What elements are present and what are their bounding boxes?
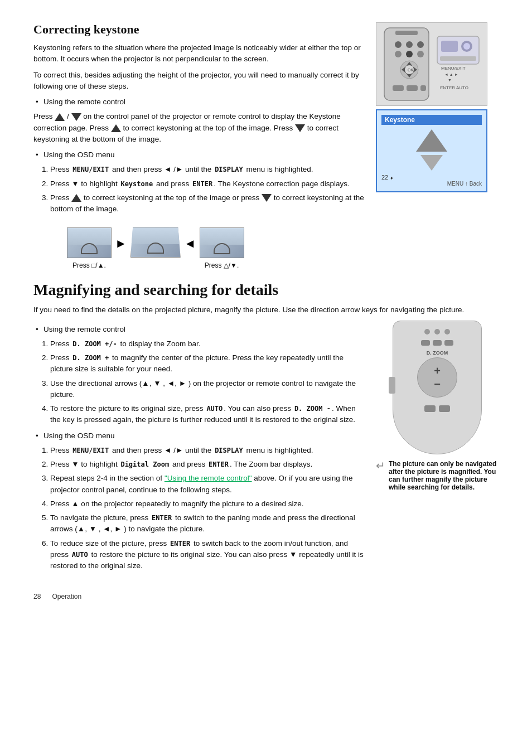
keystone-arrow-mid	[420, 155, 443, 171]
small-btn-1	[421, 340, 430, 346]
magnifying-two-col: Using the remote control Press D. ZOOM +…	[33, 321, 499, 576]
left-arrow-icon: ◄	[184, 236, 196, 251]
arch-shape-2	[147, 243, 164, 254]
mag-osd-step-5: To navigate the picture, press ENTER to …	[50, 512, 365, 535]
keystone-step-3: Press to correct keystoning at the top o…	[50, 192, 365, 215]
mag-osd-step-4: Press ▲ on the projector repeatedly to m…	[50, 498, 365, 510]
sensor-1	[424, 329, 430, 335]
small-btn-2	[433, 340, 442, 346]
menu-exit-key2: MENU/EXIT	[71, 445, 110, 455]
scene-image-2	[130, 227, 181, 258]
magnifying-osd-steps: Press MENU/EXIT and then press ◄ /► unti…	[50, 445, 365, 572]
keystone-step-1: Press MENU/EXIT and then press ◄ /► unti…	[50, 164, 365, 175]
press-label-1: Press □/▲.	[72, 261, 106, 269]
trapezoid-up2-icon	[111, 124, 121, 132]
sensor-2	[434, 329, 440, 335]
bottom-btn-1	[424, 405, 436, 412]
dzoom-circle: + −	[417, 357, 457, 398]
display-key2: DISPLAY	[214, 445, 244, 455]
mag-osd-step-6: To reduce size of the picture, press ENT…	[50, 538, 365, 572]
projector-svg: OK MENU/EXIT ◄ ▲ ► ▼	[379, 25, 485, 103]
enter-key2: ENTER	[207, 459, 230, 469]
sky-bg-2	[131, 227, 180, 244]
keystone-step-2: Press ▼ to highlight Keystone and press …	[50, 178, 365, 190]
svg-rect-16	[407, 85, 418, 91]
magnifying-intro: If you need to find the details on the p…	[33, 304, 499, 316]
correcting-keystone-title: Correcting keystone	[33, 22, 365, 37]
mag-osd-step-3: Repeat steps 2-4 in the section of "Usin…	[50, 473, 365, 496]
svg-text:OK: OK	[408, 68, 413, 72]
digital-zoom-key: Digital Zoom	[119, 459, 170, 469]
auto-key: AUTO	[205, 404, 224, 414]
auto-key2: AUTO	[71, 550, 89, 560]
arch-shape-3	[214, 243, 230, 254]
keystone-method-list: Using the remote control	[33, 96, 365, 108]
press-section-1: Press □/▲.	[67, 227, 112, 269]
svg-text:ENTER  AUTO: ENTER AUTO	[440, 85, 468, 90]
dzoom-remote-container: D. ZOOM + −	[376, 321, 499, 491]
magnifying-note-text: The picture can only be navigated after …	[389, 460, 499, 491]
mag-osd-step-2: Press ▼ to highlight Digital Zoom and pr…	[50, 459, 365, 470]
magnifying-remote-steps: Press D. ZOOM +/- to display the Zoom ba…	[50, 338, 365, 426]
keystone-intro1: Keystoning refers to the situation where…	[33, 42, 365, 65]
svg-rect-19	[441, 41, 458, 52]
svg-point-5	[395, 51, 402, 57]
dzoom-minus-key: D. ZOOM -	[293, 404, 332, 414]
keystone-panel: Keystone 22 ⬧ MENU ↑ Back	[376, 109, 487, 192]
keystone-osd-steps: Press MENU/EXIT and then press ◄ /► unti…	[50, 164, 365, 215]
bottom-btn-2	[439, 405, 450, 412]
note-icon: ↵	[376, 459, 385, 472]
keystone-number: 22 ⬧	[381, 174, 394, 181]
keystone-osd-list: Using the OSD menu	[33, 149, 365, 161]
dzoom-key: D. ZOOM +/-	[71, 339, 118, 349]
magnifying-remote-list: Using the remote control	[33, 324, 365, 335]
mag-remote-step-2: Press D. ZOOM + to magnify the center of…	[50, 352, 365, 375]
display-key: DISPLAY	[214, 164, 244, 175]
dzoom-area: D. ZOOM + −	[417, 350, 457, 398]
svg-point-2	[395, 41, 402, 48]
keystone-press-images: Press □/▲. ► ◄ Press △/▼.	[67, 227, 499, 270]
keystone-text-col: Correcting keystone Keystoning refers to…	[33, 22, 365, 219]
keystone-arrow-up	[416, 129, 447, 152]
trapezoid-down3-icon	[262, 194, 272, 202]
remote-control-link[interactable]: "Using the remote control"	[165, 474, 252, 482]
svg-point-3	[406, 41, 413, 48]
dzoom-minus-symbol: −	[434, 379, 441, 390]
enter-key: ENTER	[191, 179, 214, 189]
footer-label: Operation	[52, 593, 81, 600]
side-button	[389, 377, 395, 394]
keystone-method-remote: Using the remote control	[33, 96, 365, 108]
press-section-2	[130, 227, 181, 270]
svg-rect-1	[395, 31, 418, 35]
sensor-3	[444, 329, 450, 335]
svg-text:MENU/EXIT: MENU/EXIT	[441, 66, 466, 71]
dzoom-remote-img: D. ZOOM + −	[393, 321, 482, 454]
svg-text:▼: ▼	[448, 78, 452, 82]
magnifying-text-col: Using the remote control Press D. ZOOM +…	[33, 321, 365, 576]
magnifying-osd-list: Using the OSD menu	[33, 430, 365, 442]
dzoom-label: D. ZOOM	[417, 350, 457, 356]
magnifying-method-remote: Using the remote control	[33, 324, 365, 335]
remote-sensors	[424, 329, 450, 335]
magnifying-note-box: ↵ The picture can only be navigated afte…	[376, 460, 499, 491]
trapezoid-down2-icon	[295, 124, 305, 132]
keystone-img-col: OK MENU/EXIT ◄ ▲ ► ▼	[376, 22, 499, 219]
press-label-2: Press △/▼.	[205, 261, 239, 269]
projector-image: OK MENU/EXIT ◄ ▲ ► ▼	[376, 22, 487, 106]
svg-rect-17	[420, 85, 426, 91]
mag-remote-step-4: To restore the picture to its original s…	[50, 403, 365, 426]
page-footer: 28 Operation	[33, 593, 499, 600]
menu-exit-key: MENU/EXIT	[71, 164, 110, 175]
scene-image-3	[200, 227, 244, 258]
mag-osd-step-1: Press MENU/EXIT and then press ◄ /► unti…	[50, 445, 365, 456]
dzoom-plus-key: D. ZOOM +	[71, 353, 110, 363]
trapezoid-up-icon	[55, 113, 65, 121]
keystone-panel-title: Keystone	[381, 115, 482, 125]
keystone-intro2: To correct this, besides adjusting the h…	[33, 70, 365, 93]
scene-image-1	[67, 227, 112, 258]
magnifying-section: Magnifying and searching for details If …	[33, 281, 499, 576]
keystone-remote-text: Press / on the control panel of the proj…	[33, 111, 365, 145]
svg-point-21	[463, 43, 470, 50]
svg-rect-22	[440, 56, 476, 61]
page-number: 28	[33, 593, 41, 600]
